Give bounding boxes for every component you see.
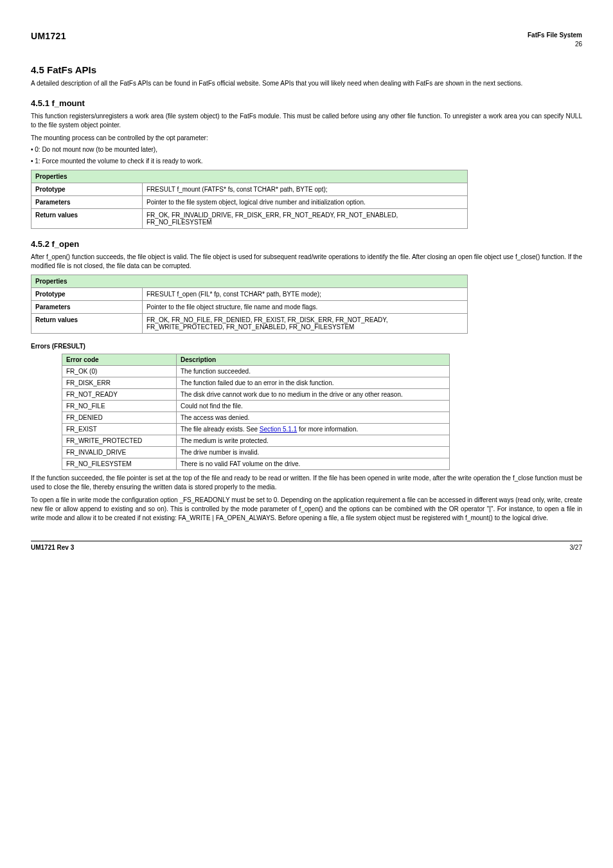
f-mount-table-caption: Properties [31, 170, 468, 183]
footer-right: 3/27 [570, 544, 582, 551]
section-4-5-para: A detailed description of all the FatFs … [31, 79, 582, 88]
error-code: FR_WRITE_PROTECTED [62, 435, 177, 447]
lib-name: FatFs File System [528, 31, 582, 40]
doc-version: FatFs File System 26 [528, 31, 582, 49]
prop-name: Prototype [31, 288, 143, 301]
table-row: FR_INVALID_DRIVEThe drive number is inva… [62, 447, 450, 458]
prop-value: FR_OK, FR_INVALID_DRIVE, FR_DISK_ERR, FR… [143, 209, 468, 229]
f-mount-table: Properties Prototype FRESULT f_mount (FA… [31, 170, 468, 229]
error-code: FR_OK (0) [62, 366, 177, 377]
prop-name: Prototype [31, 183, 143, 196]
after-errors-para-2: To open a file in write mode the configu… [31, 496, 582, 523]
errors-label: Errors (FRESULT) [31, 343, 582, 350]
prop-value: FRESULT f_open (FIL* fp, const TCHAR* pa… [143, 288, 468, 301]
table-row: FR_OK (0)The function succeeded. [62, 366, 450, 377]
footer-left: UM1721 Rev 3 [31, 544, 74, 551]
table-row: Return values FR_OK, FR_NO_FILE, FR_DENI… [31, 314, 468, 334]
after-errors-para-1: If the function succeeded, the file poin… [31, 474, 582, 492]
error-desc: The medium is write protected. [177, 435, 450, 447]
table-row: Return values FR_OK, FR_INVALID_DRIVE, F… [31, 209, 468, 229]
enum-item-1: • 0: Do not mount now (to be mounted lat… [31, 145, 582, 154]
prop-name: Return values [31, 209, 143, 229]
errors-col-code: Error code [62, 354, 177, 366]
error-desc: The function succeeded. [177, 366, 450, 377]
errors-table: Error code Description FR_OK (0)The func… [62, 354, 450, 470]
prop-name: Parameters [31, 301, 143, 314]
table-row: FR_WRITE_PROTECTEDThe medium is write pr… [62, 435, 450, 447]
table-row: Parameters Pointer to the file system ob… [31, 196, 468, 209]
error-code: FR_NO_FILE [62, 401, 177, 412]
prop-name: Return values [31, 314, 143, 334]
error-code: FR_NO_FILESYSTEM [62, 458, 177, 470]
error-desc: The drive number is invalid. [177, 447, 450, 458]
error-code: FR_DENIED [62, 412, 177, 424]
table-row: Prototype FRESULT f_mount (FATFS* fs, co… [31, 183, 468, 196]
cross-ref-link[interactable]: Section 5.1.1 [260, 426, 297, 433]
error-code: FR_NOT_READY [62, 389, 177, 401]
section-4-5-1-title: 4.5.1 f_mount [31, 98, 582, 108]
error-desc: The file already exists. See Section 5.1… [177, 424, 450, 435]
error-desc: Could not find the file. [177, 401, 450, 412]
error-code: FR_INVALID_DRIVE [62, 447, 177, 458]
error-desc: The access was denied. [177, 412, 450, 424]
version-number: 26 [528, 40, 582, 49]
doc-id: UM1721 [31, 31, 66, 41]
prop-value: FRESULT f_mount (FATFS* fs, const TCHAR*… [143, 183, 468, 196]
prop-name: Parameters [31, 196, 143, 209]
prop-value: Pointer to the file object structure, fi… [143, 301, 468, 314]
table-row: FR_EXISTThe file already exists. See Sec… [62, 424, 450, 435]
prop-value: FR_OK, FR_NO_FILE, FR_DENIED, FR_EXIST, … [143, 314, 468, 334]
section-4-5-2-para: After f_open() function succeeds, the fi… [31, 253, 582, 271]
enum-intro: The mounting process can be controlled b… [31, 134, 582, 143]
prop-value: Pointer to the file system object, logic… [143, 196, 468, 209]
error-code: FR_DISK_ERR [62, 377, 177, 389]
error-desc: There is no valid FAT volume on the driv… [177, 458, 450, 470]
f-open-table: Properties Prototype FRESULT f_open (FIL… [31, 275, 468, 334]
enum-item-2: • 1: Force mounted the volume to check i… [31, 157, 582, 166]
section-4-5-2-title: 4.5.2 f_open [31, 239, 582, 249]
table-row: Parameters Pointer to the file object st… [31, 301, 468, 314]
table-row: FR_NOT_READYThe disk drive cannot work d… [62, 389, 450, 401]
table-row: FR_DENIEDThe access was denied. [62, 412, 450, 424]
table-row: FR_NO_FILESYSTEMThere is no valid FAT vo… [62, 458, 450, 470]
error-code: FR_EXIST [62, 424, 177, 435]
error-desc: The function failed due to an error in t… [177, 377, 450, 389]
footer-rule [31, 541, 582, 541]
table-row: FR_DISK_ERRThe function failed due to an… [62, 377, 450, 389]
error-desc: The disk drive cannot work due to no med… [177, 389, 450, 401]
table-row: FR_NO_FILECould not find the file. [62, 401, 450, 412]
section-4-5-title: 4.5 FatFs APIs [31, 64, 582, 75]
errors-col-desc: Description [177, 354, 450, 366]
table-row: Prototype FRESULT f_open (FIL* fp, const… [31, 288, 468, 301]
f-open-table-caption: Properties [31, 275, 468, 288]
section-4-5-1-para: This function registers/unregisters a wo… [31, 112, 582, 130]
